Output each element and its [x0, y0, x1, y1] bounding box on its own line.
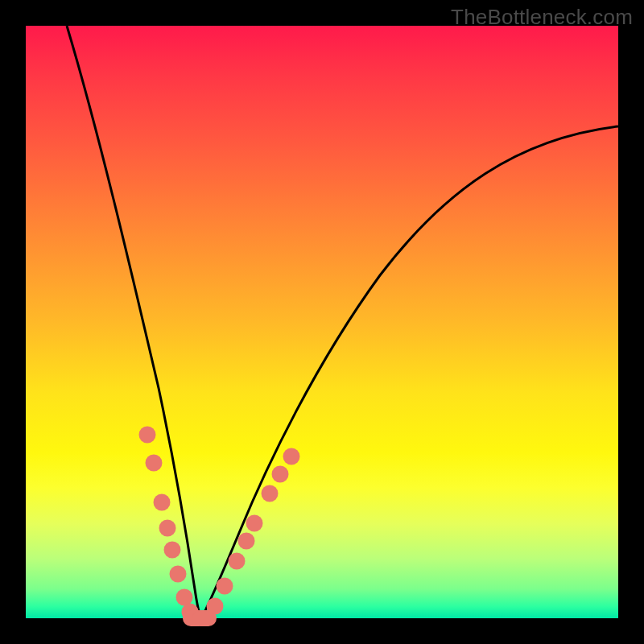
marker-dot [206, 598, 223, 615]
marker-dot [283, 448, 300, 465]
marker-dot [262, 485, 279, 502]
plot-area [26, 26, 618, 618]
marker-dot [229, 552, 246, 569]
marker-dot [217, 577, 233, 594]
marker-dot [272, 466, 289, 483]
marker-dot [246, 515, 263, 532]
marker-dot [145, 455, 162, 472]
chart-frame: TheBottleneck.com [0, 0, 644, 644]
curves-svg [26, 26, 618, 618]
marker-dot [237, 533, 254, 550]
marker-dot [159, 520, 175, 537]
right-curve [201, 126, 618, 618]
marker-dot [154, 494, 171, 511]
marker-dot [163, 542, 180, 559]
marker-dot [170, 565, 187, 582]
marker-dot [138, 426, 155, 443]
left-curve [67, 26, 201, 618]
